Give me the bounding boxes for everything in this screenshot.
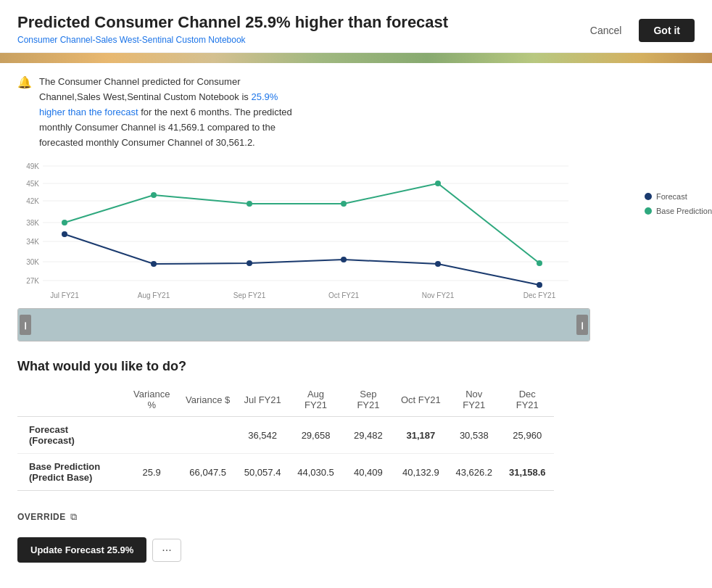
chart-container: 49K 45K 42K 38K 34K 30K 27K Jul FY21 Aug… [0,156,712,301]
cell-bp-dec: 31,158.6 [500,454,554,491]
scrollbar-thumb [18,309,589,341]
col-header-label [17,386,123,417]
cell-forecast-sep: 29,482 [342,417,394,454]
table-header-row: Variance % Variance $ Jul FY21 Aug FY21 … [17,386,554,417]
bell-icon: 🔔 [17,75,32,89]
svg-point-28 [247,201,252,207]
legend-base-prediction: Base Prediction [645,207,712,215]
forecast-dot [645,193,652,200]
svg-point-29 [341,201,347,207]
chart-legend: Forecast Base Prediction [645,192,712,215]
row-label-forecast: Forecast(Forecast) [17,417,123,454]
scrollbar-handle-right[interactable]: ❙ [576,315,588,335]
svg-text:Jul FY21: Jul FY21 [50,291,79,299]
cell-bp-var-dollar: 66,047.5 [180,454,236,491]
info-section: 🔔 The Consumer Channel predicted for Con… [0,63,319,156]
cell-forecast-dec: 25,960 [500,417,554,454]
col-header-nov: Nov FY21 [447,386,500,417]
svg-text:Nov FY21: Nov FY21 [422,291,455,299]
svg-point-24 [435,261,441,267]
header-subtitle: Consumer Channel-Sales West-Sentinal Cus… [17,35,448,45]
got-it-button[interactable]: Got it [639,19,695,42]
cell-forecast-var-dollar [180,417,236,454]
svg-point-30 [435,181,441,186]
table-row: Forecast(Forecast) 36,542 29,658 29,482 … [17,417,554,454]
svg-text:27K: 27K [26,277,39,285]
cell-bp-sep: 40,409 [342,454,394,491]
col-header-dec: Dec FY21 [500,386,554,417]
chart-svg: 49K 45K 42K 38K 34K 30K 27K Jul FY21 Aug… [17,156,590,301]
cell-bp-jul: 50,057.4 [236,454,289,491]
col-header-jul: Jul FY21 [236,386,289,417]
svg-point-20 [62,231,67,237]
row-label-base-prediction: Base Prediction(Predict Base) [17,454,123,491]
override-section: OVERRIDE ⧉ [0,502,712,531]
svg-point-26 [62,220,67,225]
svg-text:Aug FY21: Aug FY21 [138,291,170,299]
svg-text:Sep FY21: Sep FY21 [233,291,266,299]
svg-point-23 [341,257,347,262]
svg-text:30K: 30K [26,258,39,266]
cell-forecast-jul: 36,542 [236,417,289,454]
legend-forecast: Forecast [645,192,712,201]
info-text-before: The Consumer Channel predicted for Consu… [39,76,251,102]
info-text: The Consumer Channel predicted for Consu… [39,75,302,150]
more-options-button[interactable]: ··· [152,539,181,562]
base-prediction-dot [645,207,652,215]
svg-text:Oct FY21: Oct FY21 [328,291,360,299]
svg-point-31 [537,260,542,266]
col-header-variance-dollar: Variance $ [180,386,236,417]
banner-image [0,53,712,63]
cell-bp-nov: 43,626.2 [447,454,500,491]
svg-text:45K: 45K [26,180,39,188]
svg-point-27 [151,192,157,198]
header-actions: Cancel Got it [581,19,695,42]
svg-text:Dec FY21: Dec FY21 [523,291,556,299]
svg-point-22 [247,260,252,266]
svg-text:34K: 34K [26,238,39,246]
action-section: What would you like to do? Variance % Va… [0,341,712,502]
chart-area: 49K 45K 42K 38K 34K 30K 27K Jul FY21 Aug… [17,156,590,301]
col-header-sep: Sep FY21 [342,386,394,417]
svg-point-25 [537,282,542,288]
bottom-actions: Update Forecast 25.9% ··· [0,531,712,580]
cell-forecast-var-pct [123,417,179,454]
table-row: Base Prediction(Predict Base) 25.9 66,04… [17,454,554,491]
data-table: Variance % Variance $ Jul FY21 Aug FY21 … [17,386,554,491]
chart-scrollbar[interactable]: ❙ ❙ [17,308,590,341]
page-title: Predicted Consumer Channel 25.9% higher … [17,13,448,32]
cell-bp-aug: 44,030.5 [289,454,342,491]
col-header-oct: Oct FY21 [394,386,447,417]
override-icon: ⧉ [70,511,77,523]
cell-bp-oct: 40,132.9 [394,454,447,491]
header: Predicted Consumer Channel 25.9% higher … [0,0,712,53]
cell-forecast-nov: 30,538 [447,417,500,454]
override-label: OVERRIDE [17,512,66,522]
update-forecast-button[interactable]: Update Forecast 25.9% [17,537,146,563]
cell-forecast-oct: 31,187 [394,417,447,454]
base-prediction-label: Base Prediction [656,207,712,215]
col-header-aug: Aug FY21 [289,386,342,417]
svg-text:42K: 42K [26,197,39,205]
cancel-button[interactable]: Cancel [581,20,631,41]
cell-bp-var-pct: 25.9 [123,454,179,491]
header-left: Predicted Consumer Channel 25.9% higher … [17,13,448,45]
col-header-variance-pct: Variance % [123,386,179,417]
svg-text:49K: 49K [26,162,39,170]
cell-forecast-aug: 29,658 [289,417,342,454]
svg-point-21 [151,261,157,267]
forecast-label: Forecast [656,192,687,201]
scrollbar-handle-left[interactable]: ❙ [20,315,31,335]
svg-text:38K: 38K [26,219,39,227]
action-title: What would you like to do? [17,359,695,374]
